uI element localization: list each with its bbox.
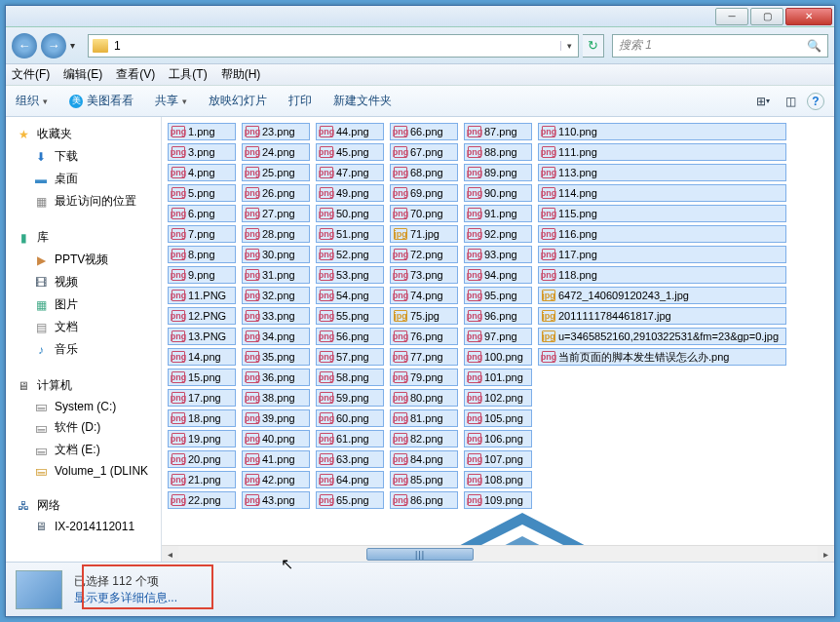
file-item[interactable]: png58.png (316, 369, 384, 386)
file-item[interactable]: png94.png (464, 266, 532, 284)
file-item[interactable]: png95.png (464, 287, 532, 304)
file-item[interactable]: png47.png (316, 164, 384, 181)
file-item[interactable]: jpg75.jpg (390, 307, 458, 325)
preview-pane-icon[interactable]: ◫ (780, 92, 801, 111)
file-item[interactable]: jpg71.jpg (390, 225, 458, 243)
file-item[interactable]: png28.png (242, 225, 310, 243)
refresh-button[interactable]: ↻ (583, 34, 604, 58)
file-item[interactable]: png84.png (390, 450, 458, 468)
file-item[interactable]: png55.png (316, 307, 384, 325)
file-item[interactable]: png当前页面的脚本发生错误怎么办.png (538, 348, 786, 366)
file-item[interactable]: png73.png (390, 266, 458, 284)
file-item[interactable]: png14.png (168, 348, 236, 366)
file-item[interactable]: png38.png (242, 389, 310, 407)
status-more-link[interactable]: 显示更多详细信息... (74, 590, 177, 606)
menu-tools[interactable]: 工具(T) (169, 66, 207, 83)
file-item[interactable]: png22.png (168, 491, 236, 509)
file-item[interactable]: png25.png (242, 164, 310, 181)
file-item[interactable]: png52.png (316, 246, 384, 263)
meitu-button[interactable]: 美美图看看 (69, 93, 134, 109)
share-button[interactable]: 共享▾ (155, 93, 187, 109)
file-item[interactable]: png32.png (242, 287, 310, 304)
file-item[interactable]: png57.png (316, 348, 384, 366)
file-item[interactable]: png66.png (390, 123, 458, 140)
file-item[interactable]: png69.png (390, 184, 458, 202)
file-item[interactable]: jpg2011111784461817.jpg (538, 307, 786, 325)
nav-downloads[interactable]: ⬇下载 (6, 145, 161, 168)
file-item[interactable]: png70.png (390, 205, 458, 222)
newfolder-button[interactable]: 新建文件夹 (333, 93, 392, 109)
file-item[interactable]: png111.png (538, 143, 786, 161)
file-item[interactable]: png100.png (464, 348, 532, 366)
nav-pictures[interactable]: ▦图片 (6, 293, 161, 316)
file-item[interactable]: png114.png (538, 184, 786, 202)
nav-network[interactable]: 🖧网络 (6, 494, 161, 517)
horizontal-scrollbar[interactable]: ◂ ||| ▸ (162, 545, 834, 562)
file-item[interactable]: png31.png (242, 266, 310, 284)
file-item[interactable]: png23.png (242, 123, 310, 140)
file-item[interactable]: png88.png (464, 143, 532, 161)
nav-documents[interactable]: ▤文档 (6, 316, 161, 338)
nav-drive-e[interactable]: 🖴文档 (E:) (6, 439, 161, 461)
file-item[interactable]: png79.png (390, 369, 458, 386)
file-item[interactable]: png35.png (242, 348, 310, 366)
file-item[interactable]: png106.png (464, 430, 532, 447)
scroll-thumb[interactable]: ||| (366, 548, 474, 561)
file-item[interactable]: png4.png (168, 164, 236, 181)
search-box[interactable]: 搜索 1 🔍 (612, 34, 828, 58)
nav-recent[interactable]: ▦最近访问的位置 (6, 190, 161, 213)
file-item[interactable]: png86.png (390, 491, 458, 509)
menu-edit[interactable]: 编辑(E) (63, 66, 102, 83)
nav-video[interactable]: 🎞视频 (6, 271, 161, 293)
nav-drive-vol1[interactable]: 🖴Volume_1 (DLINK (6, 461, 161, 481)
file-item[interactable]: png105.png (464, 409, 532, 427)
file-item[interactable]: png87.png (464, 123, 532, 140)
file-item[interactable]: png90.png (464, 184, 532, 202)
file-item[interactable]: png93.png (464, 246, 532, 263)
close-button[interactable]: ✕ (785, 8, 832, 25)
file-item[interactable]: png7.png (168, 225, 236, 243)
file-item[interactable]: png77.png (390, 348, 458, 366)
file-item[interactable]: png59.png (316, 389, 384, 407)
file-item[interactable]: png27.png (242, 205, 310, 222)
file-item[interactable]: png113.png (538, 164, 786, 181)
address-bar[interactable]: 1 ▾ (88, 34, 579, 58)
menu-file[interactable]: 文件(F) (12, 66, 50, 83)
file-item[interactable]: png82.png (390, 430, 458, 447)
file-item[interactable]: png41.png (242, 450, 310, 468)
file-item[interactable]: png12.PNG (168, 307, 236, 325)
nav-music[interactable]: ♪音乐 (6, 338, 161, 361)
file-item[interactable]: png19.png (168, 430, 236, 447)
file-item[interactable]: png45.png (316, 143, 384, 161)
file-item[interactable]: png102.png (464, 389, 532, 407)
nav-drive-c[interactable]: 🖴System (C:) (6, 397, 161, 416)
scroll-left-button[interactable]: ◂ (162, 546, 178, 563)
file-item[interactable]: png17.png (168, 389, 236, 407)
help-icon[interactable]: ? (807, 93, 824, 110)
file-item[interactable]: png42.png (242, 471, 310, 488)
file-item[interactable]: png85.png (390, 471, 458, 488)
maximize-button[interactable]: ▢ (750, 8, 783, 25)
file-item[interactable]: png53.png (316, 266, 384, 284)
file-item[interactable]: png68.png (390, 164, 458, 181)
file-item[interactable]: png30.png (242, 246, 310, 263)
file-item[interactable]: png26.png (242, 184, 310, 202)
file-list[interactable]: png1.pngpng3.pngpng4.pngpng5.pngpng6.png… (162, 117, 834, 545)
file-item[interactable]: png107.png (464, 450, 532, 468)
file-item[interactable]: png20.png (168, 450, 236, 468)
address-dropdown[interactable]: ▾ (560, 41, 574, 51)
nav-drive-d[interactable]: 🖴软件 (D:) (6, 416, 161, 439)
file-item[interactable]: png44.png (316, 123, 384, 140)
file-item[interactable]: png67.png (390, 143, 458, 161)
minimize-button[interactable]: ─ (715, 8, 748, 25)
nav-favorites[interactable]: ★收藏夹 (6, 123, 161, 145)
file-item[interactable]: png101.png (464, 369, 532, 386)
back-button[interactable]: ← (12, 33, 37, 58)
file-item[interactable]: png40.png (242, 430, 310, 447)
file-item[interactable]: png3.png (168, 143, 236, 161)
nav-libraries[interactable]: ▮库 (6, 226, 161, 249)
scroll-right-button[interactable]: ▸ (818, 546, 834, 563)
file-item[interactable]: png91.png (464, 205, 532, 222)
file-item[interactable]: png56.png (316, 328, 384, 345)
file-item[interactable]: png6.png (168, 205, 236, 222)
